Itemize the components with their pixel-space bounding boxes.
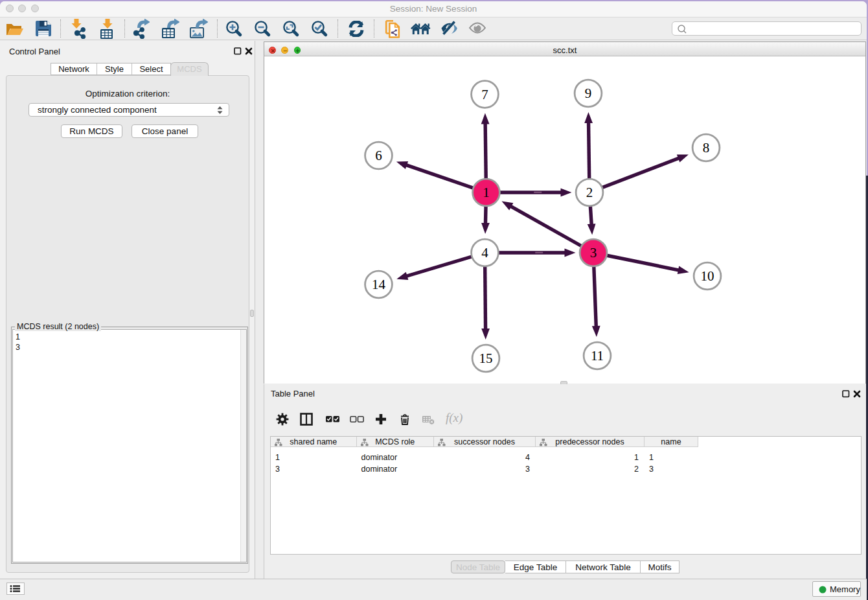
svg-text:9: 9 <box>585 86 592 101</box>
svg-text:10: 10 <box>701 268 714 284</box>
svg-text:15: 15 <box>479 351 493 366</box>
svg-text:14: 14 <box>372 277 386 292</box>
svg-text:2: 2 <box>586 185 593 200</box>
svg-text:11: 11 <box>591 348 604 363</box>
svg-text:4: 4 <box>481 245 488 260</box>
svg-text:6: 6 <box>375 148 382 163</box>
svg-text:1: 1 <box>483 185 490 200</box>
svg-text:3: 3 <box>590 245 597 260</box>
svg-text:8: 8 <box>703 140 710 156</box>
svg-text:7: 7 <box>481 87 488 102</box>
